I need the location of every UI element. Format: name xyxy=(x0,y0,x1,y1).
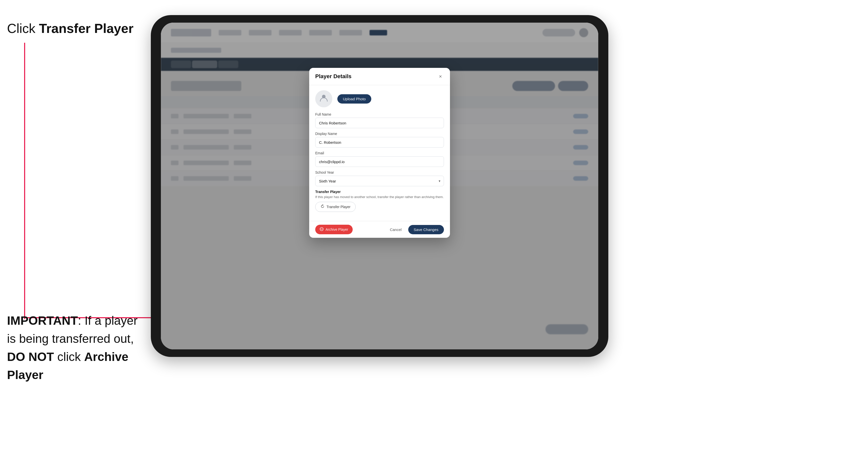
avatar-icon xyxy=(319,93,328,104)
school-year-select[interactable]: Sixth Year xyxy=(315,176,444,186)
school-year-select-wrapper: Sixth Year ▾ xyxy=(315,176,444,186)
school-year-group: School Year Sixth Year ▾ xyxy=(315,170,444,186)
photo-section: Upload Photo xyxy=(315,90,444,107)
modal-title: Player Details xyxy=(315,73,351,80)
full-name-group: Full Name xyxy=(315,112,444,128)
modal-footer: Archive Player Cancel Save Changes xyxy=(309,221,450,238)
full-name-label: Full Name xyxy=(315,112,444,116)
school-year-label: School Year xyxy=(315,170,444,175)
tablet-device: Player Details × Upload Photo xyxy=(151,15,608,357)
display-name-input[interactable] xyxy=(315,137,444,148)
transfer-player-label: Transfer Player xyxy=(327,205,350,209)
archive-player-button[interactable]: Archive Player xyxy=(315,225,353,234)
avatar-circle xyxy=(315,90,332,107)
archive-player-label: Archive Player xyxy=(326,227,348,231)
instruction-highlight: Transfer Player xyxy=(39,21,133,36)
modal-body: Upload Photo Full Name Display Name Emai… xyxy=(309,85,450,221)
email-input[interactable] xyxy=(315,156,444,167)
save-changes-button[interactable]: Save Changes xyxy=(408,225,444,234)
transfer-player-button[interactable]: Transfer Player xyxy=(315,202,356,212)
annotation-line-vertical xyxy=(24,43,25,319)
email-group: Email xyxy=(315,151,444,167)
modal-close-button[interactable]: × xyxy=(437,73,444,80)
display-name-label: Display Name xyxy=(315,132,444,136)
display-name-group: Display Name xyxy=(315,132,444,148)
modal-header: Player Details × xyxy=(309,68,450,85)
full-name-input[interactable] xyxy=(315,118,444,128)
upload-photo-button[interactable]: Upload Photo xyxy=(337,94,371,103)
archive-icon xyxy=(320,227,323,232)
player-details-modal: Player Details × Upload Photo xyxy=(309,68,450,238)
tablet-screen: Player Details × Upload Photo xyxy=(161,23,598,349)
instruction-bottom: IMPORTANT: If a player is being transfer… xyxy=(7,312,148,384)
transfer-section-label: Transfer Player xyxy=(315,190,444,194)
instruction-top: Click Transfer Player xyxy=(7,20,133,37)
cancel-button[interactable]: Cancel xyxy=(386,225,406,234)
email-label: Email xyxy=(315,151,444,155)
transfer-icon xyxy=(320,204,324,209)
transfer-section-description: If this player has moved to another scho… xyxy=(315,195,444,199)
transfer-player-section: Transfer Player If this player has moved… xyxy=(315,190,444,212)
